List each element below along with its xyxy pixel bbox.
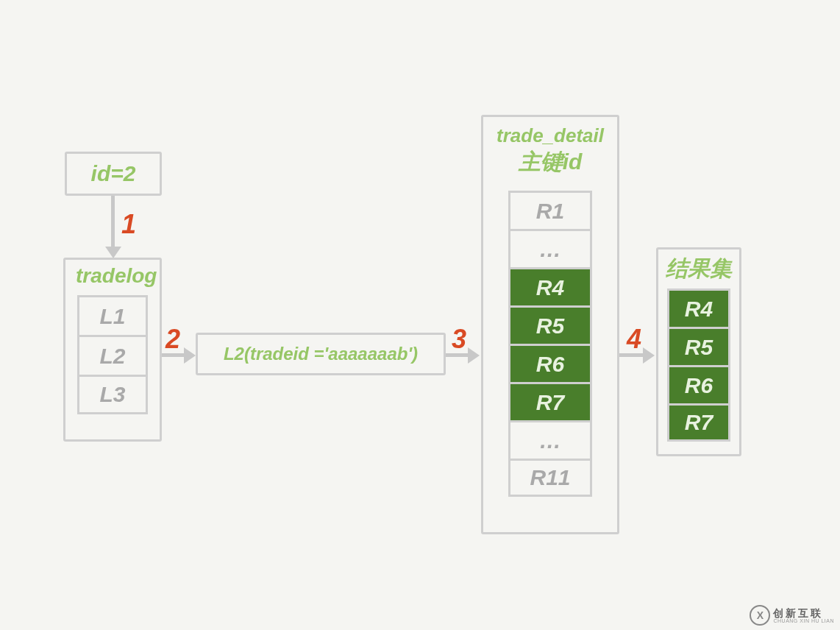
arrow-1-line [111, 196, 115, 249]
trade-detail-row: … [508, 420, 592, 459]
tradelog-rows: L1 L2 L3 [77, 295, 148, 414]
watermark-icon: X [750, 605, 770, 626]
trade-detail-row: R5 [508, 305, 592, 344]
arrow-3-head [468, 347, 480, 364]
watermark-cn: 创新互联 [773, 608, 834, 618]
trade-detail-row: R7 [508, 382, 592, 420]
tradelog-row: L3 [77, 375, 148, 414]
watermark-en: CHUANG XIN HU LIAN [773, 618, 834, 623]
step-4: 4 [627, 324, 641, 355]
watermark-text: 创新互联 CHUANG XIN HU LIAN [773, 608, 834, 623]
result-row: R7 [667, 403, 730, 442]
lookup-box: L2(tradeid ='aaaaaaab') [196, 333, 446, 375]
id-box-label: id=2 [91, 161, 136, 186]
lookup-text: L2(tradeid ='aaaaaaab') [224, 344, 418, 364]
arrow-1-head [105, 247, 121, 258]
result-row: R6 [667, 365, 730, 403]
arrow-2-head [184, 347, 196, 364]
trade-detail-row: R1 [508, 191, 592, 229]
trade-detail-row: … [508, 229, 592, 267]
tradelog-title: tradelog [73, 264, 152, 288]
step-1: 1 [121, 209, 136, 240]
result-box: 结果集 R4 R5 R6 R7 [656, 247, 741, 456]
id-box: id=2 [65, 152, 162, 196]
result-row: R5 [667, 327, 730, 365]
watermark: X 创新互联 CHUANG XIN HU LIAN [750, 605, 834, 626]
tradelog-row: L2 [77, 335, 148, 375]
trade-detail-row: R11 [508, 459, 592, 497]
trade-detail-title2: 主键id [492, 147, 608, 177]
result-rows: R4 R5 R6 R7 [667, 289, 730, 442]
trade-detail-rows: R1 … R4 R5 R6 R7 … R11 [508, 191, 592, 497]
trade-detail-row: R4 [508, 267, 592, 305]
tradelog-row: L1 [77, 295, 148, 335]
trade-detail-title1: trade_detail [492, 124, 608, 147]
arrow-4-head [643, 347, 655, 364]
result-title: 结果集 [664, 254, 733, 284]
step-3: 3 [452, 324, 466, 355]
step-2: 2 [165, 324, 180, 355]
tradelog-box: tradelog L1 L2 L3 [63, 258, 162, 442]
result-row: R4 [667, 289, 730, 327]
trade-detail-box: trade_detail 主键id R1 … R4 R5 R6 R7 … R11 [481, 115, 619, 534]
trade-detail-row: R6 [508, 344, 592, 382]
diagram-canvas: id=2 1 tradelog L1 L2 L3 2 L2(tradeid ='… [0, 0, 840, 630]
